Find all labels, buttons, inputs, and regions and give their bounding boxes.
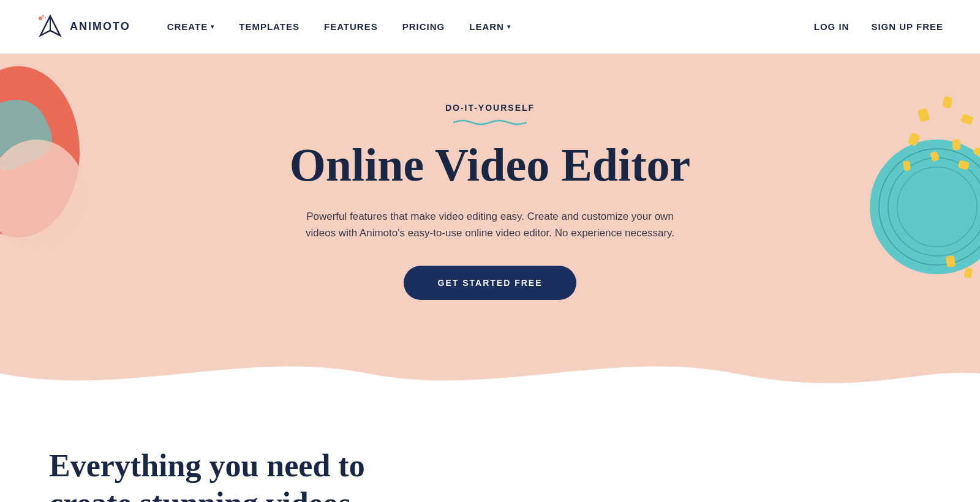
below-hero-section: Everything you need to create stunning v… [0, 398, 980, 502]
logo[interactable]: ANIMOTO [37, 13, 130, 40]
chevron-down-icon: ▾ [211, 23, 214, 30]
below-hero-title: Everything you need to create stunning v… [49, 447, 392, 502]
logo-text: ANIMOTO [70, 20, 130, 33]
signup-link[interactable]: SIGN UP FREE [871, 21, 943, 32]
nav-learn[interactable]: LEARN ▾ [469, 21, 511, 32]
svg-point-2 [39, 17, 42, 20]
chevron-down-icon-2: ▾ [507, 23, 511, 30]
hero-wave-decoration [453, 118, 527, 127]
hero-title: Online Video Editor [0, 140, 980, 191]
hero-content: DO-IT-YOURSELF Online Video Editor Power… [0, 54, 980, 398]
nav-create[interactable]: CREATE ▾ [167, 21, 215, 32]
nav-features[interactable]: FEATURES [324, 21, 378, 32]
navigation: ANIMOTO CREATE ▾ TEMPLATES FEATURES PRIC… [0, 0, 980, 54]
login-link[interactable]: LOG IN [814, 21, 850, 32]
svg-point-3 [42, 15, 44, 17]
nav-links: CREATE ▾ TEMPLATES FEATURES PRICING LEAR… [167, 21, 814, 32]
nav-pricing[interactable]: PRICING [402, 21, 445, 32]
hero-description: Powerful features that make video editin… [300, 208, 680, 241]
nav-templates[interactable]: TEMPLATES [239, 21, 300, 32]
hero-section: DO-IT-YOURSELF Online Video Editor Power… [0, 54, 980, 398]
nav-auth: LOG IN SIGN UP FREE [814, 21, 943, 32]
get-started-button[interactable]: GET STARTED FREE [404, 266, 577, 300]
svg-point-4 [45, 17, 47, 18]
hero-subtitle: DO-IT-YOURSELF [0, 103, 980, 113]
